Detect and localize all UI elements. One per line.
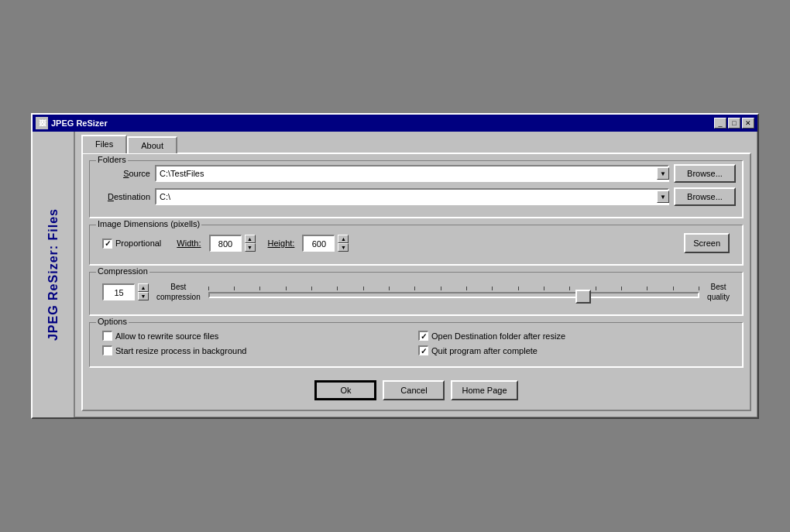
opt1-checkbox[interactable] [102,331,112,341]
width-spin-buttons: ▲ ▼ [245,235,256,252]
height-spin-buttons: ▲ ▼ [338,235,349,252]
width-spin-down[interactable]: ▼ [245,243,256,252]
right-content: Files About Folders Source C:\TestFiles [75,132,757,417]
tab-content: Folders Source C:\TestFiles ▼ Browse... [81,153,751,411]
tick [544,287,544,290]
sidebar: JPEG ReSizer: Files [33,132,75,417]
ok-button[interactable]: Ok [314,380,376,400]
compression-spin-down[interactable]: ▼ [138,292,149,300]
options-grid: Allow to rewrite source files Open Desti… [96,326,736,360]
proportional-group: Proportional [102,239,161,249]
tick [518,287,519,290]
sidebar-text: JPEG ReSizer: Files [46,208,60,341]
height-spinbox: ▲ ▼ [302,235,349,252]
minimize-button[interactable]: _ [714,118,726,129]
main-window: 🖼 JPEG ReSizer _ □ ✕ JPEG ReSizer: Files… [31,113,759,419]
width-label: Width: [177,239,201,248]
compression-slider[interactable] [208,292,699,298]
option-1-row: Allow to rewrite source files [102,331,414,341]
opt3-checkbox[interactable] [418,331,428,341]
option-4-row: Quit program after complete [418,345,730,355]
tab-about-label: About [141,141,163,150]
screen-button[interactable]: Screen [684,233,730,253]
opt4-label: Quit program after complete [431,346,538,355]
tick [208,287,209,290]
tick [234,287,235,290]
opt2-label: Start resize process in background [115,346,246,355]
tick [621,287,622,290]
source-combo[interactable]: C:\TestFiles ▼ [155,165,669,182]
tick [389,287,390,290]
tick [311,287,312,290]
source-label: Source [96,169,150,178]
height-label: Height: [268,239,295,248]
tick [259,287,260,290]
tick [337,287,338,290]
folders-label: Folders [96,155,128,164]
maximize-button[interactable]: □ [728,118,740,129]
dimensions-group: Image Dimensions (pixells) Proportional … [89,225,744,266]
options-label: Options [96,317,129,326]
width-spinbox: ▲ ▼ [209,235,256,252]
folders-group: Folders Source C:\TestFiles ▼ Browse... [89,160,744,218]
source-dropdown-arrow[interactable]: ▼ [657,167,669,180]
title-bar-left: 🖼 JPEG ReSizer [36,117,108,129]
dest-value: C:\ [156,192,657,201]
height-input[interactable] [302,235,335,252]
height-spin-down[interactable]: ▼ [338,243,349,252]
app-icon: 🖼 [36,117,48,129]
compression-row: ▲ ▼ Bestcompression [96,276,736,308]
best-compression-label: Bestcompression [156,282,201,302]
tick [363,287,364,290]
source-row: Source C:\TestFiles ▼ Browse... [96,164,736,183]
tab-files-label: Files [95,139,113,149]
tick [414,287,415,290]
best-quality-label: Bestquality [707,282,730,302]
cancel-button[interactable]: Cancel [383,380,445,400]
option-3-row: Open Destination folder after resize [418,331,730,341]
tick [286,287,287,290]
tick [699,287,699,290]
tick [492,287,493,290]
dest-combo[interactable]: C:\ ▼ [155,188,669,205]
dest-browse-button[interactable]: Browse... [674,187,736,206]
dimensions-row: Proportional Width: ▲ ▼ Height: [96,228,736,258]
tick [673,287,674,290]
tab-about[interactable]: About [127,136,177,153]
tick [441,287,441,290]
title-controls: _ □ ✕ [714,118,754,129]
tab-files[interactable]: Files [81,135,127,153]
compression-slider-container [208,287,699,298]
bottom-buttons: Ok Cancel Home Page [89,374,744,403]
height-spin-up[interactable]: ▲ [338,235,349,243]
dimensions-label: Image Dimensions (pixells) [96,219,201,228]
opt2-checkbox[interactable] [102,345,112,355]
dest-row: Destination C:\ ▼ Browse... [96,187,736,206]
proportional-label: Proportional [115,239,161,248]
opt4-checkbox[interactable] [418,345,428,355]
source-browse-button[interactable]: Browse... [674,164,736,183]
dest-label: Destination [96,192,150,201]
compression-input[interactable] [102,283,135,300]
compression-label: Compression [96,266,149,276]
main-content: JPEG ReSizer: Files Files About Folders [33,132,757,417]
opt1-label: Allow to rewrite source files [115,331,218,341]
width-spin-up[interactable]: ▲ [245,235,256,243]
close-button[interactable]: ✕ [742,118,754,129]
slider-thumb[interactable] [575,290,591,304]
width-input[interactable] [209,235,242,252]
tab-bar: Files About [81,136,751,153]
dest-label-text: Destination [108,192,150,201]
proportional-checkbox[interactable] [102,239,112,249]
tick [466,287,467,290]
option-2-row: Start resize process in background [102,345,414,355]
tick [569,287,570,290]
dest-dropdown-arrow[interactable]: ▼ [657,190,669,203]
tick [647,287,647,290]
compression-spin-up[interactable]: ▲ [138,283,149,292]
source-label-text: Source [123,169,150,178]
compression-group: Compression ▲ ▼ Bestcompression [89,272,744,316]
compression-spin-buttons: ▲ ▼ [138,283,149,300]
homepage-button[interactable]: Home Page [451,380,517,400]
opt3-label: Open Destination folder after resize [431,331,565,341]
